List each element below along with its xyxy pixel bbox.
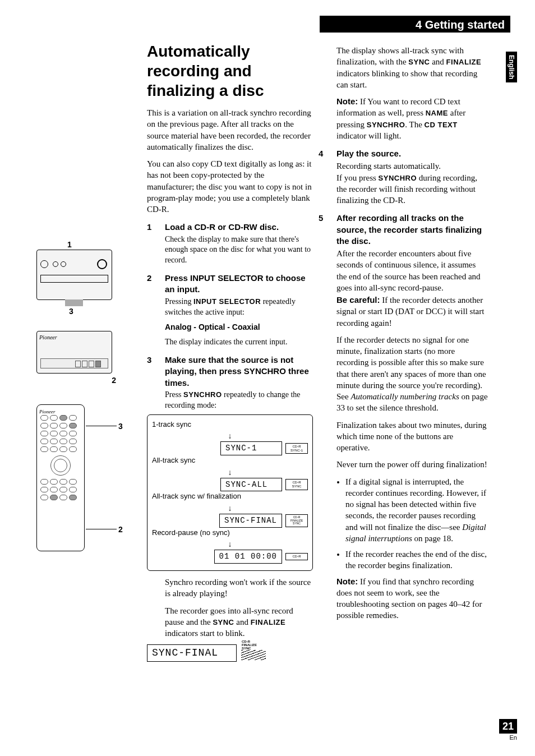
mode-4-display: 01 01 00:00: [214, 550, 282, 564]
step-2-head: Press INPUT SELECTOR to choose an input.: [165, 273, 313, 296]
mode-1-display: SYNC-1: [220, 441, 282, 455]
step-5-p3: Finalization takes about two minutes, du…: [336, 420, 488, 454]
figure-unit-front: 1 3: [36, 250, 132, 300]
mode-cycle-diagram: 1-track sync ↓ SYNC-1CD-R SYNC-1 All-tra…: [147, 414, 313, 571]
mode-2-indicator: CD-R SYNC: [285, 479, 308, 490]
page-number-value: 21: [499, 719, 517, 734]
figure-remote: Pioneer 3 2: [36, 404, 132, 551]
step-num-1: 1: [147, 222, 165, 266]
remote-callout-2: 2: [118, 524, 123, 535]
section-title: Automatically recording and finalizing a…: [147, 42, 313, 100]
callout-1: 1: [67, 239, 72, 250]
page-lang-abbr: En: [499, 734, 517, 742]
intro-para-2: You can also copy CD text digitally as l…: [147, 158, 313, 215]
remote-control-illustration: Pioneer: [36, 404, 85, 551]
step-3-body: Press SYNCHRO repeatedly to change the r…: [165, 390, 313, 411]
right-note2: Note: If you find that synchro recording…: [336, 576, 488, 621]
chapter-header: 4 Getting started: [320, 16, 510, 33]
mode-3-display: SYNC-FINAL: [219, 514, 282, 528]
step-num-3: 3: [147, 354, 165, 411]
mode-2-display: SYNC-ALL: [220, 478, 282, 492]
cd-recorder-front-illustration: [36, 250, 112, 300]
step-1-body: Check the display to make sure that ther…: [165, 234, 313, 266]
callout-2: 2: [112, 375, 116, 386]
cd-recorder-angle-illustration: Pioneer: [36, 331, 112, 374]
right-p0: The display shows all-track sync with fi…: [336, 45, 488, 90]
after-cycle-p1: Synchro recording won't work if the sour…: [165, 577, 313, 600]
step-5-p2: If the recorder detects no signal for on…: [336, 334, 488, 414]
mode-4-indicator: CD-R: [285, 553, 308, 560]
step-3: 3 Make sure that the source is not playi…: [147, 354, 313, 411]
equipment-figures: 1 3 Pioneer 2 Pioneer: [36, 250, 132, 551]
intro-para-1: This is a variation on all-track synchro…: [147, 107, 313, 153]
step-4-head: Play the source.: [336, 148, 488, 159]
center-column: Automatically recording and finalizing a…: [147, 42, 313, 662]
step-5-bullets: If a digital signal is interrupted, the …: [345, 476, 488, 571]
bullet-1: If a digital signal is interrupted, the …: [345, 476, 488, 545]
step-5-head: After recording all tracks on the source…: [336, 213, 488, 247]
remote-callout-3: 3: [118, 421, 123, 432]
mode-4-label: Record-pause (no sync): [152, 528, 308, 538]
after-cycle-p2: The recorder goes into all-sync record p…: [165, 605, 313, 639]
bottom-display-row: SYNC-FINAL CD-R FINALIZE SYNC: [147, 644, 313, 661]
step-num-4: 4: [319, 148, 336, 206]
mode-2-label: All-track sync: [152, 455, 308, 465]
step-5: 5 After recording all tracks on the sour…: [319, 213, 488, 626]
step-2-tail: The display indicates the current input.: [165, 337, 313, 348]
bullet-2: If the recorder reaches the end of the d…: [345, 548, 488, 571]
step-num-5: 5: [319, 213, 336, 626]
mode-1-indicator: CD-R SYNC-1: [285, 443, 308, 454]
step-4: 4 Play the source. Recording starts auto…: [319, 148, 488, 206]
step-1-head: Load a CD-R or CD-RW disc.: [165, 222, 313, 233]
right-note1: Note: If You want to record CD text info…: [336, 96, 488, 141]
step-2: 2 Press INPUT SELECTOR to choose an inpu…: [147, 273, 313, 348]
step-5-p4: Never turn the power off during finaliza…: [336, 459, 488, 470]
figure-unit-angle: Pioneer 2: [36, 331, 132, 374]
step-3-head: Make sure that the source is not playing…: [165, 354, 313, 389]
right-column: The display shows all-track sync with fi…: [336, 45, 488, 627]
mode-1-label: 1-track sync: [152, 420, 308, 430]
step-1: 1 Load a CD-R or CD-RW disc. Check the d…: [147, 222, 313, 266]
step-5-p1: After the recorder encounters about five…: [336, 248, 488, 293]
step-4-line1: Recording starts automatically.: [336, 160, 488, 172]
bottom-display: SYNC-FINAL: [147, 644, 237, 661]
page-number: 21 En: [499, 719, 517, 742]
mode-3-label: All-track sync w/ finalization: [152, 491, 308, 501]
callout-3: 3: [69, 306, 73, 317]
input-options: Analog - Optical - Coaxial: [165, 322, 313, 333]
language-tab: English: [506, 52, 517, 82]
blink-indicator-icon: CD-R FINALIZE SYNC: [241, 646, 266, 660]
mode-3-indicator: CD-R FINALIZE SYNC: [285, 514, 308, 527]
step-5-warn: Be careful: If the recorder detects anot…: [336, 294, 488, 329]
step-num-2: 2: [147, 273, 165, 348]
step-2-body: Pressing INPUT SELECTOR repeatedly switc…: [165, 297, 313, 318]
step-4-line2: If you press SYNCHRO during recording, t…: [336, 172, 488, 206]
